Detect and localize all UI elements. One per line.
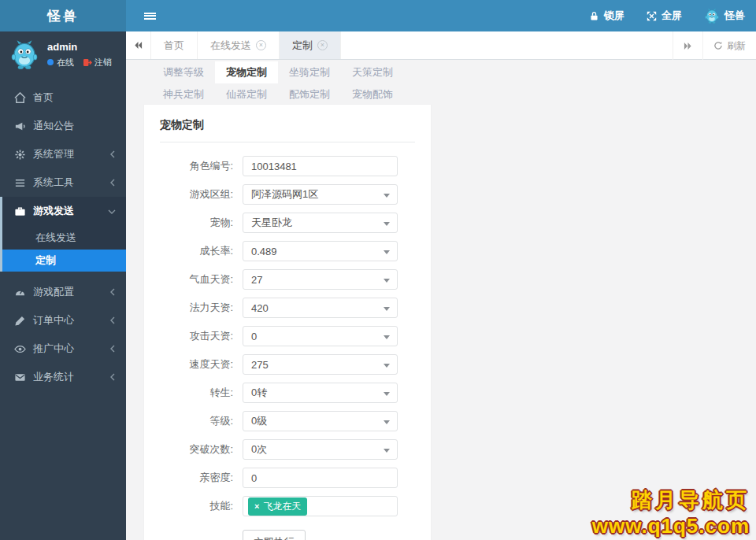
gear-icon	[14, 149, 26, 161]
sidebar-item-online-send[interactable]: 在线发送	[2, 225, 126, 250]
tab-online-send[interactable]: 在线发送 ×	[198, 31, 280, 59]
online-status-dot	[47, 59, 54, 65]
user-avatar	[9, 39, 39, 69]
tab-label: 在线发送	[210, 39, 251, 53]
online-status-label: 在线	[57, 57, 74, 68]
field-label: 法力天资:	[160, 301, 243, 315]
rebirth-select[interactable]: 0转	[243, 383, 398, 403]
lock-screen-label: 锁屏	[604, 9, 624, 23]
header-username: 怪兽	[724, 9, 745, 23]
subtab-accessory-customize[interactable]: 配饰定制	[278, 83, 341, 105]
collapse-tabs-button[interactable]	[126, 31, 151, 59]
logout-link[interactable]: 注销	[83, 57, 112, 68]
eye-icon	[14, 343, 26, 355]
game-send-submenu: 在线发送 定制	[2, 225, 126, 272]
lock-screen-button[interactable]: 锁屏	[589, 9, 624, 23]
refresh-icon	[713, 41, 723, 50]
forward-tabs-button[interactable]	[673, 31, 702, 60]
sidebar-item-promotion-center[interactable]: 推广中心	[0, 335, 126, 363]
intimacy-input[interactable]: 0	[243, 468, 398, 488]
tab-customize[interactable]: 定制 ×	[280, 31, 341, 59]
sidebar-toggle-button[interactable]	[135, 0, 164, 31]
field-label: 速度天资:	[160, 357, 243, 372]
skill-tag[interactable]: × 飞龙在天	[248, 497, 307, 516]
main-area: 首页 在线发送 × 定制 × 刷新	[126, 31, 756, 540]
subtab-tiance-customize[interactable]: 天策定制	[341, 61, 404, 83]
tag-remove-icon[interactable]: ×	[254, 501, 259, 511]
tab-close-icon[interactable]: ×	[317, 40, 328, 50]
sidebar-item-customize[interactable]: 定制	[2, 250, 126, 272]
app-logo[interactable]: 怪兽	[0, 0, 126, 31]
sidebar-item-game-send[interactable]: 游戏发送	[2, 197, 126, 225]
hp-aptitude-select[interactable]: 27	[243, 269, 398, 290]
skills-box[interactable]: × 飞龙在天	[243, 496, 398, 516]
sidebar-item-label: 游戏配置	[33, 285, 74, 299]
submenu-item-label: 在线发送	[35, 231, 76, 245]
speed-aptitude-select[interactable]: 275	[243, 354, 398, 375]
sidebar-item-business-stats[interactable]: 业务统计	[0, 363, 126, 391]
home-icon	[14, 92, 26, 104]
sidebar-item-label: 系统管理	[33, 147, 74, 161]
sidebar-item-system-admin[interactable]: 系统管理	[0, 140, 126, 168]
server-select[interactable]: 阿泽源码网1区	[243, 184, 398, 205]
subtab-mount-customize[interactable]: 坐骑定制	[278, 61, 341, 83]
logout-label: 注销	[94, 57, 112, 68]
level-select[interactable]: 0级	[243, 411, 398, 431]
caret-down-icon	[384, 420, 390, 424]
subtab-artifact-customize[interactable]: 仙器定制	[215, 83, 278, 105]
user-panel: admin 在线 注销	[0, 31, 126, 79]
subtab-pet-accessory[interactable]: 宠物配饰	[341, 83, 404, 105]
field-label: 技能:	[160, 499, 243, 513]
fullscreen-button[interactable]: 全屏	[647, 9, 682, 23]
field-value: 420	[251, 302, 269, 314]
sidebar-item-notice[interactable]: 通知公告	[0, 112, 126, 140]
pet-select[interactable]: 天星卧龙	[243, 213, 398, 233]
forward-icon	[684, 42, 692, 50]
field-value: 0	[251, 331, 257, 342]
refresh-label: 刷新	[727, 39, 746, 53]
role-id-input[interactable]: 10013481	[243, 156, 398, 176]
attack-aptitude-select[interactable]: 0	[243, 326, 398, 346]
sidebar-item-order-center[interactable]: 订单中心	[0, 306, 126, 335]
user-avatar-small	[704, 8, 720, 24]
tab-home[interactable]: 首页	[151, 31, 198, 59]
field-value: 0转	[251, 386, 267, 400]
logout-icon	[83, 58, 92, 67]
subtab-pet-customize[interactable]: 宠物定制	[215, 61, 278, 83]
sidebar-item-system-tools[interactable]: 系统工具	[0, 168, 126, 197]
field-value: 0	[251, 472, 257, 484]
subtab-adjust-level[interactable]: 调整等级	[152, 61, 215, 83]
chevron-left-icon	[109, 343, 116, 355]
sidebar-item-label: 业务统计	[33, 370, 74, 384]
execute-button[interactable]: 立即执行	[243, 530, 306, 540]
user-menu[interactable]: 怪兽	[704, 8, 745, 24]
mp-aptitude-select[interactable]: 420	[243, 298, 398, 318]
caret-down-icon	[384, 392, 390, 396]
sidebar-item-label: 订单中心	[33, 313, 74, 327]
breakthrough-select[interactable]: 0次	[243, 439, 398, 460]
envelope-icon	[14, 372, 26, 383]
field-label: 气血天资:	[160, 272, 243, 287]
pencil-icon	[14, 315, 26, 327]
hamburger-icon	[144, 11, 156, 20]
chevron-left-icon	[109, 177, 116, 189]
caret-down-icon	[384, 250, 390, 254]
field-value: 阿泽源码网1区	[251, 187, 318, 202]
growth-rate-select[interactable]: 0.489	[243, 241, 398, 261]
sidebar-username: admin	[47, 41, 112, 53]
caret-down-icon	[384, 222, 390, 226]
refresh-button[interactable]: 刷新	[702, 31, 756, 60]
field-label: 游戏区组:	[160, 187, 243, 202]
bullhorn-icon	[14, 120, 26, 132]
sidebar: admin 在线 注销 首页	[0, 31, 126, 540]
lock-icon	[589, 11, 599, 21]
subtab-weapon-customize[interactable]: 神兵定制	[152, 83, 215, 105]
tab-close-icon[interactable]: ×	[256, 40, 266, 50]
chevron-left-icon	[109, 149, 116, 161]
tab-label: 定制	[292, 39, 313, 53]
sidebar-item-home[interactable]: 首页	[0, 83, 126, 112]
sidebar-item-game-config[interactable]: 游戏配置	[0, 278, 126, 306]
gauge-icon	[14, 287, 26, 298]
caret-down-icon	[384, 279, 390, 283]
caret-down-icon	[384, 335, 390, 339]
